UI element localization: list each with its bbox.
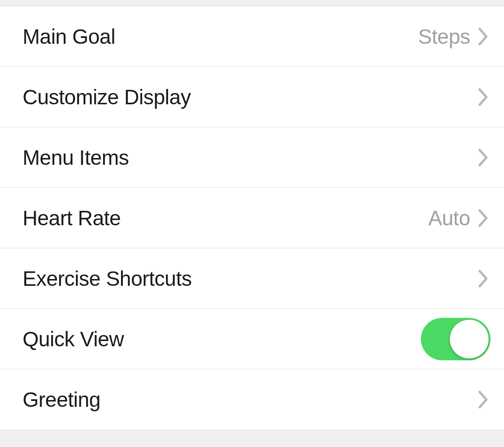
chevron-right-icon [478, 391, 488, 409]
row-exercise-shortcuts[interactable]: Exercise Shortcuts [0, 248, 504, 309]
settings-list: Main Goal Steps Customize Display Menu I… [0, 6, 504, 430]
row-main-goal[interactable]: Main Goal Steps [0, 6, 504, 67]
row-label: Customize Display [23, 85, 478, 109]
row-value: Steps [418, 24, 470, 49]
row-heart-rate[interactable]: Heart Rate Auto [0, 188, 504, 248]
row-label: Greeting [23, 387, 478, 412]
toggle-knob [450, 320, 489, 359]
chevron-right-icon [478, 88, 488, 106]
quick-view-toggle[interactable] [421, 318, 490, 360]
row-greeting[interactable]: Greeting [0, 369, 504, 430]
row-label: Main Goal [23, 24, 418, 49]
row-label: Exercise Shortcuts [23, 266, 478, 291]
chevron-right-icon [478, 28, 488, 46]
row-menu-items[interactable]: Menu Items [0, 127, 504, 188]
chevron-right-icon [478, 209, 488, 227]
chevron-right-icon [478, 270, 488, 288]
row-customize-display[interactable]: Customize Display [0, 67, 504, 127]
row-value: Auto [428, 206, 470, 230]
chevron-right-icon [478, 149, 488, 167]
row-quick-view: Quick View [0, 309, 504, 369]
row-label: Menu Items [23, 145, 478, 170]
row-label: Quick View [23, 327, 421, 351]
row-label: Heart Rate [23, 206, 428, 230]
